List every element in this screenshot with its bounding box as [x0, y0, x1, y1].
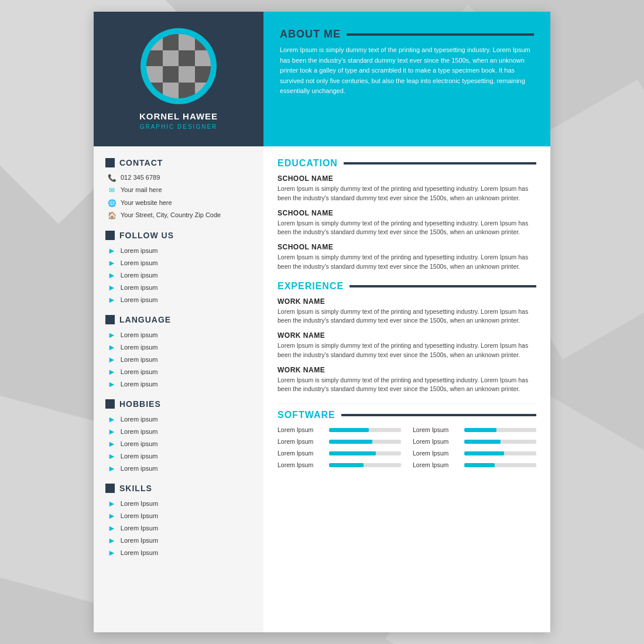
- follow-heading-text: FOLLOW US: [119, 231, 174, 240]
- language-list: ►Lorem ipsum►Lorem ipsum►Lorem ipsum►Lor…: [105, 330, 252, 389]
- software-bar-fill: [329, 428, 369, 432]
- contact-heading-bar: [105, 158, 115, 167]
- list-item: ►Lorem ipsum: [105, 415, 252, 424]
- bullet-text: Lorem ipsum: [121, 428, 158, 435]
- bullet-icon: ►: [108, 427, 116, 436]
- bullet-icon: ►: [108, 439, 116, 448]
- list-item: ►Lorem ipsum: [105, 427, 252, 436]
- software-label: Lorem Ipsum: [278, 438, 324, 445]
- header-left: KORNEL HAWEE GRAPHIC DESIGNER: [94, 12, 263, 146]
- bullet-icon: ►: [108, 464, 116, 473]
- bullet-icon: ►: [108, 283, 116, 292]
- bullet-icon: ►: [108, 499, 116, 508]
- company-name: WORK NAME: [278, 366, 536, 374]
- resume-container: KORNEL HAWEE GRAPHIC DESIGNER ABOUT ME L…: [94, 12, 550, 632]
- checker-cell: [179, 34, 195, 50]
- list-item: ►Lorem Ipsum: [105, 536, 252, 545]
- list-item: ►Lorem Ipsum: [105, 548, 252, 557]
- software-item: Lorem Ipsum: [413, 438, 536, 445]
- web-icon: 🌐: [108, 199, 116, 207]
- contact-heading: CONTACT: [105, 158, 252, 167]
- education-item: SCHOOL NAMELorem Ipsum is simply dummy t…: [278, 174, 536, 203]
- software-bar-bg: [329, 463, 401, 467]
- software-item: Lorem Ipsum: [413, 461, 536, 468]
- education-title: EDUCATION: [278, 158, 536, 169]
- experience-item: WORK NAMELorem Ipsum is simply dummy tex…: [278, 297, 536, 326]
- skills-heading-text: SKILLS: [119, 484, 152, 493]
- bullet-icon: ►: [108, 548, 116, 557]
- company-name: WORK NAME: [278, 297, 536, 306]
- software-grid: Lorem Ipsum Lorem Ipsum Lorem Ipsum Lore…: [278, 426, 536, 471]
- bullet-icon: ►: [108, 330, 116, 340]
- software-bar-fill: [329, 440, 372, 444]
- email-text: Your mail here: [121, 186, 162, 194]
- phone-icon: 📞: [108, 174, 116, 182]
- about-title: ABOUT ME: [280, 28, 534, 40]
- bullet-icon: ►: [108, 536, 116, 545]
- software-label: Lorem Ipsum: [413, 438, 460, 445]
- bullet-text: Lorem ipsum: [121, 272, 158, 279]
- bullet-icon: ►: [108, 379, 116, 389]
- bullet-text: Lorem ipsum: [121, 247, 158, 254]
- list-item: ►Lorem Ipsum: [105, 523, 252, 533]
- avatar-circle: [141, 28, 217, 104]
- bullet-text: Lorem ipsum: [121, 344, 158, 351]
- software-label: Lorem Ipsum: [278, 426, 324, 433]
- bullet-text: Lorem ipsum: [121, 356, 158, 363]
- school-desc: Lorem Ipsum is simply dummy text of the …: [278, 184, 536, 203]
- checker-cell: [179, 66, 195, 83]
- follow-heading: FOLLOW US: [105, 231, 252, 240]
- list-item: ►Lorem Ipsum: [105, 511, 252, 520]
- bullet-icon: ►: [108, 246, 116, 255]
- school-name: SCHOOL NAME: [278, 174, 536, 183]
- education-section: EDUCATION SCHOOL NAMELorem Ipsum is simp…: [278, 158, 536, 272]
- bullet-icon: ►: [108, 355, 116, 364]
- education-list: SCHOOL NAMELorem Ipsum is simply dummy t…: [278, 174, 536, 272]
- bullet-text: Lorem Ipsum: [121, 512, 158, 519]
- website-text: Your website here: [121, 198, 172, 207]
- software-label: Lorem Ipsum: [413, 450, 460, 457]
- about-text: Lorem Ipsum is simply dummy text of the …: [280, 45, 534, 97]
- software-label: Lorem Ipsum: [413, 461, 460, 468]
- contact-email: ✉ Your mail here: [105, 186, 252, 194]
- list-item: ►Lorem ipsum: [105, 451, 252, 461]
- hobbies-section: HOBBIES ►Lorem ipsum►Lorem ipsum►Lorem i…: [105, 399, 252, 473]
- person-title: GRAPHIC DESIGNER: [140, 124, 218, 130]
- school-desc: Lorem Ipsum is simply dummy text of the …: [278, 219, 536, 238]
- resume-header: KORNEL HAWEE GRAPHIC DESIGNER ABOUT ME L…: [94, 12, 550, 146]
- bullet-icon: ►: [108, 270, 116, 280]
- software-bar-bg: [329, 451, 401, 455]
- school-name: SCHOOL NAME: [278, 209, 536, 217]
- hobbies-list: ►Lorem ipsum►Lorem ipsum►Lorem ipsum►Lor…: [105, 415, 252, 473]
- software-label: Lorem Ipsum: [278, 461, 324, 468]
- bullet-text: Lorem Ipsum: [121, 500, 158, 507]
- hobbies-heading-text: HOBBIES: [119, 399, 161, 409]
- bullet-icon: ►: [108, 451, 116, 461]
- education-item: SCHOOL NAMELorem Ipsum is simply dummy t…: [278, 243, 536, 272]
- bullet-icon: ►: [108, 511, 116, 520]
- bullet-icon: ►: [108, 295, 116, 304]
- software-bar-bg: [464, 451, 536, 455]
- software-bar-fill: [329, 451, 376, 455]
- software-label: Lorem Ipsum: [413, 426, 460, 433]
- checker-cell: [163, 66, 179, 83]
- sidebar: CONTACT 📞 012 345 6789 ✉ Your mail here …: [94, 146, 263, 632]
- software-bar-fill: [464, 440, 501, 444]
- contact-section: CONTACT 📞 012 345 6789 ✉ Your mail here …: [105, 158, 252, 220]
- school-desc: Lorem Ipsum is simply dummy text of the …: [278, 253, 536, 272]
- list-item: ►Lorem ipsum: [105, 379, 252, 389]
- checker-cell: [195, 66, 211, 83]
- software-bar-bg: [464, 428, 536, 432]
- follow-list: ►Lorem ipsum►Lorem ipsum►Lorem ipsum►Lor…: [105, 246, 252, 304]
- company-desc: Lorem Ipsum is simply dummy text of the …: [278, 341, 536, 360]
- list-item: ►Lorem ipsum: [105, 355, 252, 364]
- contact-address: 🏠 Your Street, City, Country Zip Code: [105, 211, 252, 220]
- experience-item: WORK NAMELorem Ipsum is simply dummy tex…: [278, 366, 536, 395]
- contact-website: 🌐 Your website here: [105, 198, 252, 207]
- experience-list: WORK NAMELorem Ipsum is simply dummy tex…: [278, 297, 536, 395]
- main-content: EDUCATION SCHOOL NAMELorem Ipsum is simp…: [263, 146, 550, 632]
- company-desc: Lorem Ipsum is simply dummy text of the …: [278, 307, 536, 326]
- experience-item: WORK NAMELorem Ipsum is simply dummy tex…: [278, 331, 536, 360]
- list-item: ►Lorem ipsum: [105, 295, 252, 304]
- bullet-text: Lorem ipsum: [121, 259, 158, 266]
